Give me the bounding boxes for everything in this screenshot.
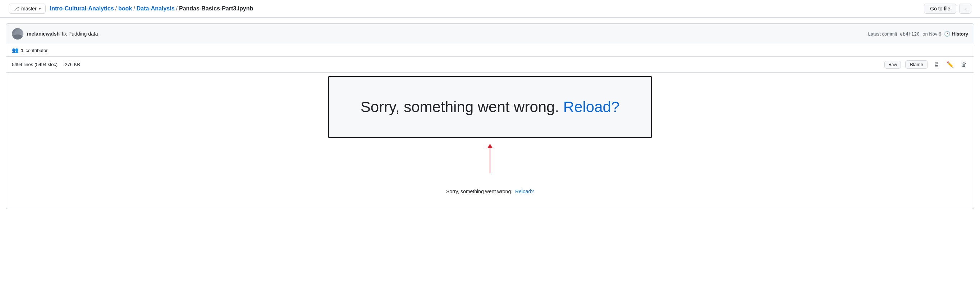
arrow-indicator [490,148,490,173]
contributors-icon: 👥 [12,47,19,54]
error-small-text: Sorry, something went wrong. [446,188,512,194]
error-box: Sorry, something went wrong. Reload? [328,76,652,138]
commit-message: fix Pudding data [62,31,98,36]
breadcrumb-sep-1: / [115,5,117,12]
history-label: History [952,31,968,36]
commit-date: on Nov 6 [923,31,941,36]
error-small-reload-link[interactable]: Reload? [515,188,534,194]
contributors-label: contributor [25,48,48,53]
breadcrumb-repo-link[interactable]: Intro-Cultural-Analytics [50,5,114,12]
commit-bar: melaniewalsh fix Pudding data Latest com… [6,23,974,44]
error-small-area: Sorry, something went wrong. Reload? [446,188,534,194]
file-stats-bar: 5494 lines (5494 sloc) 276 KB Raw Blame … [6,57,974,73]
arrow-head [487,144,493,148]
delete-icon-button[interactable]: 🗑 [959,60,968,69]
edit-icon-button[interactable]: ✏️ [945,60,955,69]
top-actions: Go to file ··· [924,3,971,14]
avatar [12,28,23,40]
top-bar: ⎇ master ▾ Intro-Cultural-Analytics / bo… [0,0,980,17]
desktop-icon-button[interactable]: 🖥 [932,60,941,69]
file-size: 276 KB [65,62,80,67]
more-options-button[interactable]: ··· [959,3,971,14]
breadcrumb-current-file: Pandas-Basics-Part3.ipynb [179,5,253,12]
latest-commit-label: Latest commit [868,31,897,36]
file-actions: Raw Blame 🖥 ✏️ 🗑 [885,60,968,69]
branch-icon: ⎇ [13,6,19,11]
arrow-line [490,148,490,173]
breadcrumb-sep-3: / [176,5,178,12]
commit-author[interactable]: melaniewalsh [27,31,60,36]
contributors: 👥 1 contributor [12,47,48,54]
breadcrumb: Intro-Cultural-Analytics / book / Data-A… [50,5,920,12]
contributors-count: 1 [21,48,23,53]
commit-info: melaniewalsh fix Pudding data [27,31,864,36]
error-big-static: Sorry, something went wrong. [361,98,559,115]
raw-button[interactable]: Raw [885,61,901,69]
go-to-file-button[interactable]: Go to file [924,3,956,14]
branch-selector[interactable]: ⎇ master ▾ [9,3,46,14]
file-meta-bar: 👥 1 contributor [6,44,974,57]
avatar-image [12,28,23,40]
blame-button[interactable]: Blame [905,60,928,69]
breadcrumb-data-analysis-link[interactable]: Data-Analysis [137,5,175,12]
file-lines: 5494 lines (5494 sloc) [12,62,57,67]
error-big-reload-link[interactable]: Reload? [563,98,619,115]
commit-hash[interactable]: eb4f120 [900,31,920,36]
history-icon: 🕐 [944,31,950,36]
breadcrumb-book-link[interactable]: book [118,5,132,12]
history-link[interactable]: 🕐 History [944,31,968,36]
error-big-text: Sorry, something went wrong. Reload? [361,98,620,115]
breadcrumb-sep-2: / [134,5,135,12]
file-content-area: Sorry, something went wrong. Reload? Sor… [6,73,974,209]
branch-name: master [21,6,37,11]
chevron-down-icon: ▾ [39,6,41,11]
commit-meta: Latest commit eb4f120 on Nov 6 🕐 History [868,31,968,36]
